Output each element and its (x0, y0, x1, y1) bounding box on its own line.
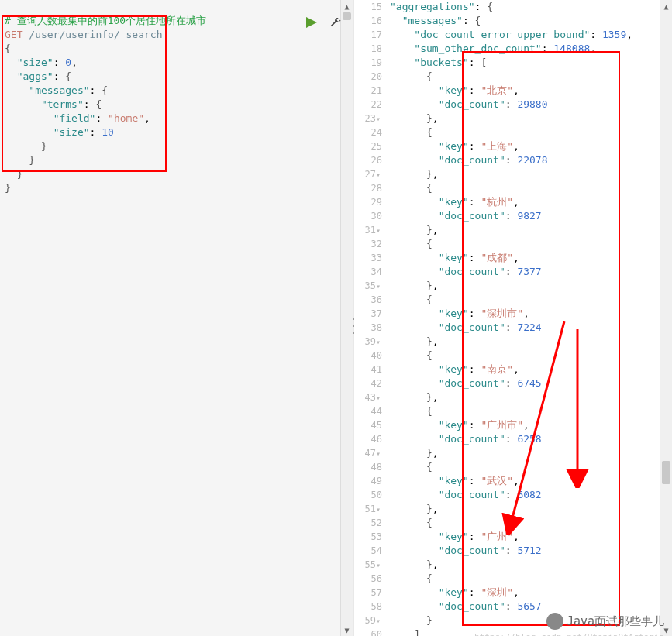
code-line: "key": "北京", (390, 84, 660, 98)
settings-wrench-icon[interactable] (329, 17, 342, 32)
line-number: 43▾ (354, 390, 382, 404)
code-line: }, (390, 112, 660, 125)
line-number: 29 (354, 195, 382, 209)
line-number: 58 (354, 600, 382, 614)
code-line: }, (390, 167, 660, 181)
line-number: 39▾ (354, 335, 382, 349)
line-number: 34 (354, 265, 382, 279)
line-number: 21 (354, 84, 382, 98)
code-line: "key": "上海", (390, 139, 660, 153)
code-line: "key": "深圳市", (390, 307, 660, 321)
response-viewer-pane: 151617181920212223▾24252627▾28293031▾323… (354, 0, 672, 636)
code-line: }, (390, 279, 660, 293)
code-line: "doc_count": 6258 (390, 432, 660, 446)
code-line: "doc_count": 9827 (390, 209, 660, 223)
code-line: }, (390, 502, 660, 516)
code-line: { (390, 125, 660, 139)
line-number: 48 (354, 460, 382, 474)
line-number: 30 (354, 209, 382, 223)
code-line: "doc_count": 7224 (390, 321, 660, 335)
line-number: 49 (354, 474, 382, 488)
line-number: 35▾ (354, 279, 382, 293)
line-number: 54 (354, 544, 382, 558)
code-line: { (390, 237, 660, 251)
line-number: 45 (354, 418, 382, 432)
code-line: "doc_count_error_upper_bound": 1359, (390, 28, 660, 42)
code-line: { (390, 516, 660, 530)
code-line: "doc_count": 22078 (390, 153, 660, 167)
code-line: "doc_count": 29880 (390, 98, 660, 112)
line-number: 15 (354, 0, 382, 14)
code-line: { (390, 70, 660, 84)
http-path: /user/userinfo/_search (29, 29, 162, 40)
line-number: 57 (354, 586, 382, 600)
line-number: 17 (354, 28, 382, 42)
line-number: 55▾ (354, 558, 382, 572)
code-line: "key": "广州", (390, 530, 660, 544)
code-line: "key": "成都", (390, 251, 660, 265)
line-number: 19 (354, 56, 382, 70)
code-line: }, (390, 223, 660, 237)
code-line: "buckets": [ (390, 56, 660, 70)
code-line: } (390, 614, 660, 627)
line-number: 46 (354, 432, 382, 446)
line-number: 16 (354, 14, 382, 28)
scroll-down-icon[interactable]: ▼ (341, 624, 353, 636)
code-line: "messages": { (390, 14, 660, 28)
line-number: 41 (354, 363, 382, 376)
line-number: 47▾ (354, 446, 382, 460)
code-line: "sum_other_doc_count": 148088, (390, 42, 660, 56)
code-line: { (390, 404, 660, 418)
code-line: "doc_count": 5657 (390, 600, 660, 614)
svg-marker-0 (306, 17, 317, 28)
line-number: 32 (354, 237, 382, 251)
line-number: 20 (354, 70, 382, 84)
line-number: 31▾ (354, 223, 382, 237)
run-query-button[interactable] (306, 17, 319, 30)
request-editor-pane: # 查询人数最集中的前100个居住地所在城市 GET /user/userinf… (0, 0, 353, 636)
line-number: 33 (354, 251, 382, 265)
line-number: 37 (354, 307, 382, 321)
line-number: 24 (354, 125, 382, 139)
line-number: 50 (354, 488, 382, 502)
scroll-down-icon[interactable]: ▼ (660, 624, 672, 636)
code-line: "key": "深圳", (390, 586, 660, 600)
line-number: 53 (354, 530, 382, 544)
line-number-gutter: 151617181920212223▾24252627▾28293031▾323… (354, 0, 387, 636)
request-editor[interactable]: # 查询人数最集中的前100个居住地所在城市 GET /user/userinf… (0, 0, 340, 636)
scroll-thumb[interactable] (662, 461, 670, 484)
code-line: }, (390, 335, 660, 349)
line-number: 38 (354, 321, 382, 335)
scroll-thumb[interactable] (343, 12, 351, 20)
line-number: 36 (354, 293, 382, 307)
code-line: "doc_count": 5712 (390, 544, 660, 558)
code-line: "doc_count": 6745 (390, 376, 660, 390)
line-number: 27▾ (354, 167, 382, 181)
response-viewer[interactable]: "aggregations": { "messages": { "doc_cou… (387, 0, 660, 636)
line-number: 56 (354, 572, 382, 586)
line-number: 51▾ (354, 502, 382, 516)
line-number: 42 (354, 376, 382, 390)
code-line: { (390, 181, 660, 195)
line-number: 59▾ (354, 614, 382, 627)
code-line: ] (390, 627, 660, 636)
code-line: "key": "南京", (390, 363, 660, 376)
code-line: "key": "杭州", (390, 195, 660, 209)
right-scrollbar[interactable]: ▲ ▼ (660, 0, 672, 636)
line-number: 52 (354, 516, 382, 530)
line-number: 18 (354, 42, 382, 56)
line-number: 40 (354, 349, 382, 363)
line-number: 60 (354, 627, 382, 636)
line-number: 23▾ (354, 112, 382, 125)
line-number: 26 (354, 153, 382, 167)
scroll-up-icon[interactable]: ▲ (341, 0, 353, 12)
line-number: 28 (354, 181, 382, 195)
code-line: "key": "广州市", (390, 418, 660, 432)
http-method: GET (5, 29, 22, 40)
scroll-up-icon[interactable]: ▲ (660, 0, 672, 12)
line-number: 22 (354, 98, 382, 112)
code-line: }, (390, 558, 660, 572)
code-line: "aggregations": { (390, 0, 660, 14)
code-line: { (390, 460, 660, 474)
code-line: "doc_count": 7377 (390, 265, 660, 279)
